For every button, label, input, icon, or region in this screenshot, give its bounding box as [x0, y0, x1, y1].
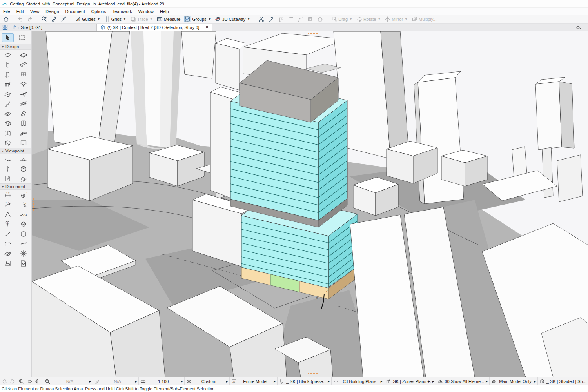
tool-hatch[interactable] — [0, 249, 16, 258]
tool-detail[interactable] — [0, 174, 16, 183]
tool-opening[interactable] — [16, 118, 31, 128]
tool-worksheet[interactable] — [16, 164, 31, 174]
renovation-filter-field[interactable]: 00 Show All Eleme...▸ — [436, 377, 489, 385]
menu-teamwork[interactable]: Teamwork — [109, 8, 135, 15]
tool-linear-dimension[interactable]: 1.2 — [0, 190, 16, 200]
tool-label[interactable]: A1 — [16, 209, 31, 219]
multiply-button[interactable]: Multiply... — [410, 15, 438, 23]
section-design[interactable]: ▾Design — [0, 44, 31, 50]
tool-elevation[interactable] — [16, 154, 31, 164]
tab-3d-context[interactable]: (!) SK | Context | Breif 2 [3D / Selecti… — [96, 24, 212, 31]
tool-shell[interactable] — [16, 89, 31, 99]
tool-line[interactable] — [0, 229, 16, 239]
section-document[interactable]: ▾Document — [0, 183, 31, 190]
close-tab-icon[interactable]: ✕ — [205, 25, 209, 30]
tool-drawing[interactable] — [16, 258, 31, 268]
tool-window[interactable] — [16, 69, 31, 79]
tool-mesh[interactable] — [16, 128, 31, 138]
menu-window[interactable]: Window — [135, 8, 157, 15]
tool-circle[interactable] — [16, 229, 31, 239]
grids-button[interactable]: Grids▼ — [103, 15, 128, 23]
drag-button[interactable]: Drag▼ — [330, 15, 354, 23]
menu-edit[interactable]: Edit — [13, 8, 27, 15]
model-view-options-field[interactable]: 03 Building Plans▸ — [331, 377, 384, 385]
tool-morph[interactable] — [0, 138, 16, 148]
tool-stair[interactable] — [0, 99, 16, 109]
zoom-in-button[interactable] — [17, 377, 25, 385]
secondary-field[interactable]: N/A▸ — [93, 377, 138, 385]
tool-zone[interactable] — [16, 138, 31, 148]
arrow-select-tool[interactable] — [2, 33, 14, 42]
zoom-field[interactable]: N/A▸ — [43, 377, 93, 385]
view-back-button[interactable] — [0, 377, 8, 385]
tool-marker[interactable]: 1 — [0, 219, 16, 229]
walk-icon[interactable] — [34, 379, 40, 384]
tool-camera[interactable] — [16, 174, 31, 183]
view-forward-button[interactable] — [8, 377, 16, 385]
orbit-icon[interactable] — [27, 379, 33, 384]
home-button[interactable] — [2, 15, 11, 23]
scale-field[interactable]: 1:100▸ — [138, 377, 184, 385]
tool-radial-dimension[interactable]: 1.2 — [0, 200, 16, 209]
pen-set-field[interactable]: _ SK | Black (prese...▸ — [277, 377, 331, 385]
tool-section[interactable] — [0, 154, 16, 164]
tool-roof[interactable] — [0, 89, 16, 99]
tool-fill[interactable] — [16, 219, 31, 229]
menu-document[interactable]: Document — [62, 8, 88, 15]
adjust-button[interactable] — [267, 15, 276, 23]
crane-button[interactable] — [276, 15, 285, 23]
trace-button[interactable]: Trace▼ — [129, 15, 154, 23]
tool-interior-elevation[interactable] — [0, 164, 16, 174]
rotate-button[interactable]: Rotate▼ — [355, 15, 382, 23]
inject-parameters-button[interactable] — [59, 15, 68, 23]
tool-railing[interactable] — [16, 99, 31, 109]
tool-column[interactable] — [0, 60, 16, 69]
tool-hotspot[interactable] — [16, 249, 31, 258]
tool-object[interactable] — [0, 79, 16, 89]
menu-design[interactable]: Design — [42, 8, 62, 15]
undo-button[interactable] — [16, 15, 25, 23]
mirror-button[interactable]: Mirror▼ — [383, 15, 409, 23]
menu-help[interactable]: Help — [157, 8, 172, 15]
frame-button[interactable] — [306, 15, 315, 23]
tool-beam[interactable] — [16, 60, 31, 69]
tool-lamp[interactable] — [16, 79, 31, 89]
tool-wall[interactable] — [0, 50, 16, 60]
tool-curtain-wall[interactable] — [0, 109, 16, 118]
layer-field[interactable]: Custom▸ — [184, 377, 229, 385]
guides-button[interactable]: Guides▼ — [73, 15, 102, 23]
tool-slab[interactable] — [16, 50, 31, 60]
cutaway-button[interactable]: 3D Cutaway▼ — [213, 15, 252, 23]
tool-door[interactable] — [0, 69, 16, 79]
tool-polyline[interactable] — [0, 239, 16, 249]
measure-button[interactable]: 12Measure — [155, 15, 182, 23]
tool-text[interactable] — [0, 209, 16, 219]
structure-display-field[interactable]: 22 Entire Model▸ — [229, 377, 277, 385]
partial-structure-field[interactable]: Main Model Only▸ — [489, 377, 537, 385]
quick-options-button[interactable] — [0, 24, 10, 31]
tool-spline[interactable] — [16, 239, 31, 249]
viewport-3d[interactable]: x z — [32, 31, 588, 377]
menu-view[interactable]: View — [27, 8, 43, 15]
tool-grid-element[interactable] — [0, 118, 16, 128]
graphic-override-field[interactable]: SK | Zones Plans +...▸ — [384, 377, 436, 385]
tool-panel[interactable] — [0, 128, 16, 138]
tool-angle-dimension[interactable]: α — [16, 200, 31, 209]
pickup-parameters-button[interactable] — [49, 15, 58, 23]
split-button[interactable] — [257, 15, 266, 23]
view-style-field[interactable]: _ SK | Shaded | Sh... — [537, 377, 588, 385]
marquee-tool[interactable] — [16, 33, 28, 42]
tab-overview-button[interactable] — [568, 24, 588, 31]
tool-skylight[interactable] — [16, 109, 31, 118]
house-tool-button[interactable] — [316, 15, 325, 23]
fillet-button[interactable] — [296, 15, 305, 23]
groups-button[interactable]: Groups▼ — [183, 15, 212, 23]
find-select-button[interactable] — [40, 15, 49, 23]
redo-button[interactable] — [25, 15, 34, 23]
tool-figure[interactable] — [0, 258, 16, 268]
selected-building[interactable]: x z — [230, 60, 358, 309]
tool-level-dimension[interactable]: 1.2 — [16, 190, 31, 200]
menu-file[interactable]: File — [0, 8, 13, 15]
tab-site[interactable]: Site [0. G1] — [10, 24, 45, 31]
menu-options[interactable]: Options — [88, 8, 109, 15]
